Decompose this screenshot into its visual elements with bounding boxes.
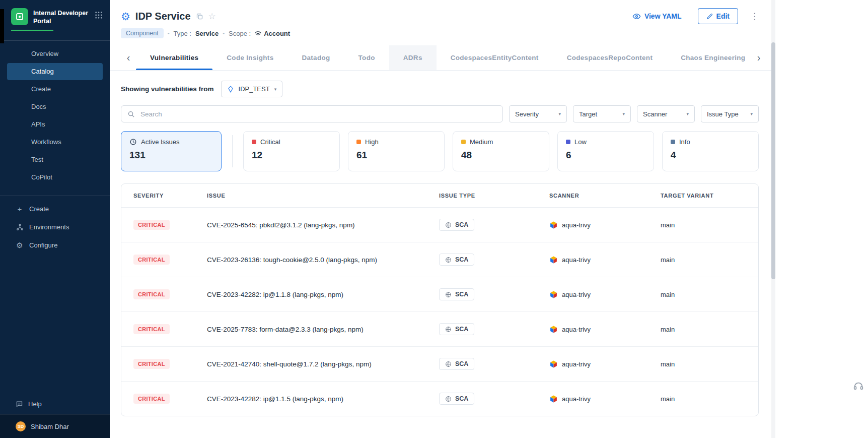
issue-type-filter[interactable]: Issue Type ▾ xyxy=(701,105,759,122)
tab-codespaces-repo-content[interactable]: CodespacesRepoContent xyxy=(553,45,667,70)
sidebar-spacer xyxy=(0,255,110,394)
user-menu[interactable]: SD Shibam Dhar xyxy=(0,414,110,438)
high-card[interactable]: High 61 xyxy=(348,131,445,171)
vulnerabilities-table: SEVERITY ISSUE ISSUE TYPE SCANNER TARGET… xyxy=(121,183,759,416)
tabs-scroll-right-icon[interactable]: › xyxy=(749,45,768,70)
sidebar-item-overview[interactable]: Overview xyxy=(7,45,103,62)
issue-text: CVE-2025-6545: pbkdf2@3.1.2 (lang-pkgs, … xyxy=(207,221,439,229)
entity-kind-badge: Component xyxy=(121,28,164,38)
sidebar-header: Internal Developer Portal xyxy=(0,0,110,26)
pencil-icon xyxy=(706,13,713,20)
sidebar-create-button[interactable]: + Create xyxy=(0,200,110,218)
eye-icon xyxy=(632,12,641,21)
kebab-menu-icon[interactable]: ⋮ xyxy=(750,11,759,22)
col-target-variant: TARGET VARIANT xyxy=(661,193,746,199)
scanner-cell: aqua-trivy xyxy=(549,221,661,229)
chevron-down-icon: ▾ xyxy=(750,111,753,116)
sidebar-item-docs[interactable]: Docs xyxy=(7,98,103,115)
critical-card[interactable]: Critical 12 xyxy=(243,131,340,171)
tabs-scroll-area: Vulnerabilities Code Insights Datadog To… xyxy=(136,45,751,70)
active-issues-value: 131 xyxy=(129,150,213,161)
severity-badge: CRITICAL xyxy=(133,220,170,230)
plus-icon: + xyxy=(16,205,24,213)
page-title: IDP Service xyxy=(135,11,191,22)
severity-filter[interactable]: Severity ▾ xyxy=(509,105,567,122)
table-row[interactable]: CRITICAL CVE-2025-6545: pbkdf2@3.1.2 (la… xyxy=(121,208,758,242)
tab-codespaces-entity-content[interactable]: CodespacesEntityContent xyxy=(437,45,553,70)
help-button[interactable]: Help xyxy=(0,393,110,414)
sidebar-item-workflows[interactable]: Workflows xyxy=(7,134,103,151)
brand-title-line1: Internal Developer xyxy=(33,9,90,17)
tabs-bar: ‹ Vulnerabilities Code Insights Datadog … xyxy=(110,45,771,71)
tab-vulnerabilities[interactable]: Vulnerabilities xyxy=(136,45,212,70)
sidebar-configure-label: Configure xyxy=(29,241,57,249)
table-row[interactable]: CRITICAL CVE-2023-42282: ip@1.1.5 (lang-… xyxy=(121,382,758,416)
sidebar-divider xyxy=(0,40,110,41)
sidebar-item-catalog[interactable]: Catalog xyxy=(7,63,103,80)
scanner-cell: aqua-trivy xyxy=(549,290,661,299)
sidebar-configure-button[interactable]: ⚙ Configure xyxy=(0,236,110,255)
active-issues-icon xyxy=(129,138,137,146)
issue-text: CVE-2023-42282: ip@1.1.5 (lang-pkgs, npm… xyxy=(207,395,439,403)
info-card[interactable]: Info 4 xyxy=(662,131,759,171)
medium-card[interactable]: Medium 48 xyxy=(453,131,549,171)
showing-label: Showing vulnerabilities from xyxy=(121,85,214,93)
tab-datadog[interactable]: Datadog xyxy=(287,45,344,70)
support-headset-icon[interactable] xyxy=(853,381,864,394)
sidebar-item-apis[interactable]: APIs xyxy=(7,116,103,133)
target-variant-cell: main xyxy=(661,360,746,368)
tab-chaos-engineering[interactable]: Chaos Engineering xyxy=(667,45,751,70)
table-header-row: SEVERITY ISSUE ISSUE TYPE SCANNER TARGET… xyxy=(121,184,758,208)
sidebar-item-test[interactable]: Test xyxy=(7,151,103,168)
severity-badge: CRITICAL xyxy=(133,289,170,299)
aqua-trivy-icon xyxy=(549,221,558,229)
aqua-trivy-icon xyxy=(549,325,558,334)
target-filter[interactable]: Target ▾ xyxy=(573,105,631,122)
issue-type-chip: SCA xyxy=(439,254,474,266)
sidebar-item-create[interactable]: Create xyxy=(7,81,103,98)
stats-divider xyxy=(232,135,233,167)
brand-logo[interactable] xyxy=(11,8,28,25)
chevron-down-icon: ▾ xyxy=(622,111,625,116)
copy-icon[interactable] xyxy=(196,13,203,20)
help-icon xyxy=(16,400,23,408)
col-scanner: SCANNER xyxy=(549,193,661,199)
scanner-filter-label: Scanner xyxy=(643,110,667,118)
type-label: Type : xyxy=(173,30,191,37)
favorite-star-icon[interactable]: ☆ xyxy=(208,11,216,22)
tabs-scroll-left-icon[interactable]: ‹ xyxy=(121,45,136,70)
target-variant-cell: main xyxy=(661,326,746,333)
sidebar-item-copilot[interactable]: CoPilot xyxy=(7,169,103,186)
view-yaml-link[interactable]: View YAML xyxy=(632,12,682,21)
right-whitespace xyxy=(775,0,868,438)
web-icon xyxy=(445,291,452,298)
critical-label: Critical xyxy=(260,138,280,146)
col-issue-type: ISSUE TYPE xyxy=(439,193,549,199)
search-input[interactable] xyxy=(139,110,496,118)
table-row[interactable]: CRITICAL CVE-2023-42282: ip@1.1.8 (lang-… xyxy=(121,277,758,312)
table-row[interactable]: CRITICAL CVE-2021-42740: shell-quote@1.7… xyxy=(121,347,758,382)
table-row[interactable]: CRITICAL CVE-2023-26136: tough-cookie@2.… xyxy=(121,242,758,277)
sidebar-environments-button[interactable]: Environments xyxy=(0,218,110,236)
edit-button[interactable]: Edit xyxy=(698,8,738,24)
source-select[interactable]: IDP_TEST ▾ xyxy=(221,81,283,97)
active-issues-card[interactable]: Active Issues 131 xyxy=(121,131,222,171)
scanner-filter[interactable]: Scanner ▾ xyxy=(637,105,695,122)
info-dot-icon xyxy=(671,140,675,144)
table-row[interactable]: CRITICAL CVE-2025-7783: form-data@2.3.3 … xyxy=(121,312,758,347)
apps-grid-icon[interactable] xyxy=(95,8,103,21)
help-label: Help xyxy=(28,400,42,408)
dot-separator: • xyxy=(223,30,225,36)
critical-dot-icon xyxy=(252,140,256,144)
brand-accent-underline xyxy=(11,30,53,31)
tab-adrs[interactable]: ADRs xyxy=(389,45,437,70)
scrollbar-thumb[interactable] xyxy=(771,42,775,279)
col-issue: ISSUE xyxy=(207,193,439,199)
severity-badge: CRITICAL xyxy=(133,359,170,369)
low-card[interactable]: Low 6 xyxy=(557,131,654,171)
chevron-down-icon: ▾ xyxy=(686,111,689,116)
high-label: High xyxy=(365,138,379,146)
page-scrollbar[interactable] xyxy=(771,0,775,438)
tab-code-insights[interactable]: Code Insights xyxy=(212,45,287,70)
tab-todo[interactable]: Todo xyxy=(344,45,389,70)
